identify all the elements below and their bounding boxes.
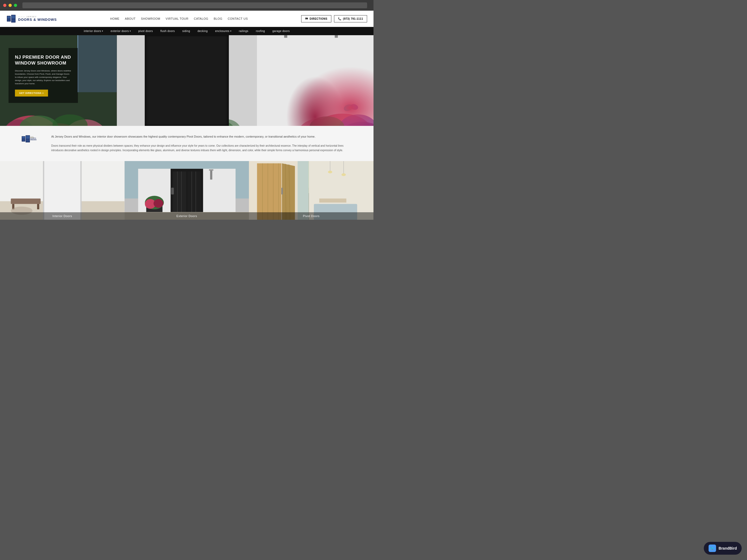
svg-marker-91 xyxy=(282,163,295,219)
hero-description: Discover Jersey Doors and Windows, where… xyxy=(15,69,72,85)
svg-text:JERSEY: JERSEY xyxy=(30,136,34,137)
nav-pivot-doors[interactable]: pivot doors xyxy=(138,30,153,32)
gallery-interior-doors[interactable]: Interior Doors xyxy=(0,161,125,220)
nav-enclosures[interactable]: enclosures ▾ xyxy=(215,30,231,32)
svg-rect-95 xyxy=(281,187,283,194)
svg-rect-75 xyxy=(210,170,212,180)
hero-section: NJ PREMIER DOOR AND WINDOW SHOWROOM Disc… xyxy=(0,35,374,126)
gallery-exterior-doors[interactable]: Exterior Doors xyxy=(125,161,249,220)
svg-point-101 xyxy=(341,174,346,176)
logo-brand-main: DOORS & WINDOWS xyxy=(18,18,57,22)
hero-title: NJ PREMIER DOOR AND WINDOW SHOWROOM xyxy=(15,54,72,66)
chevron-down-icon: ▾ xyxy=(230,30,232,32)
logo[interactable]: ——— JERSEY DOORS & WINDOWS xyxy=(6,14,57,24)
nav-decking[interactable]: decking xyxy=(198,30,208,32)
browser-maximize[interactable] xyxy=(14,4,17,7)
svg-rect-58 xyxy=(45,202,63,208)
svg-rect-74 xyxy=(171,187,174,194)
about-text: At Jersey Doors and Windows, our interio… xyxy=(51,134,352,153)
nav-exterior-doors[interactable]: exterior doors ▾ xyxy=(111,30,131,32)
svg-rect-44 xyxy=(22,139,25,141)
phone-button[interactable]: 📞 (973) 791-1111 xyxy=(334,15,367,22)
nav-garage-doors[interactable]: garage doors xyxy=(273,30,290,32)
directions-label: DIRECTIONS xyxy=(309,17,327,20)
gallery-exterior-bg xyxy=(125,161,249,220)
phone-label: (973) 791-1111 xyxy=(343,17,363,20)
svg-rect-47 xyxy=(26,139,29,142)
svg-text:WINDOWS: WINDOWS xyxy=(30,139,36,140)
svg-rect-55 xyxy=(43,166,65,209)
logo-icon xyxy=(6,14,16,24)
nav-interior-doors[interactable]: interior doors ▾ xyxy=(84,30,103,32)
svg-point-80 xyxy=(153,199,163,208)
svg-rect-2 xyxy=(7,19,10,21)
svg-rect-43 xyxy=(22,136,25,139)
gallery-section: Interior Doors xyxy=(0,161,374,220)
phone-icon: 📞 xyxy=(338,17,341,20)
chevron-down-icon: ▾ xyxy=(102,30,103,32)
nav-about[interactable]: ABOUT xyxy=(125,17,135,20)
svg-rect-4 xyxy=(12,15,15,19)
browser-minimize[interactable] xyxy=(8,4,12,7)
nav-catalog[interactable]: CATALOG xyxy=(194,17,208,20)
browser-chrome xyxy=(0,0,374,11)
logo-text: ——— JERSEY DOORS & WINDOWS xyxy=(18,16,57,22)
svg-rect-61 xyxy=(12,204,15,209)
browser-url-bar[interactable] xyxy=(22,2,367,8)
gallery-label-exterior: Exterior Doors xyxy=(125,212,249,220)
nav-siding[interactable]: siding xyxy=(182,30,190,32)
browser-close[interactable] xyxy=(3,4,6,7)
nav-contact[interactable]: CONTACT US xyxy=(228,17,248,20)
svg-rect-5 xyxy=(12,19,15,22)
svg-rect-86 xyxy=(257,163,281,219)
gallery-label-pivot: Pivot Doors xyxy=(249,212,374,220)
nav-actions: 🗺 DIRECTIONS 📞 (973) 791-1111 xyxy=(301,15,367,22)
chevron-down-icon: ▾ xyxy=(130,30,131,32)
gallery-interior-bg xyxy=(0,161,125,220)
svg-rect-97 xyxy=(319,198,346,203)
nav-railings[interactable]: railings xyxy=(239,30,248,32)
about-section: JERSEY DOORS & WINDOWS At Jersey Doors a… xyxy=(0,126,374,161)
hero-overlay: NJ PREMIER DOOR AND WINDOW SHOWROOM Disc… xyxy=(0,35,374,126)
svg-point-99 xyxy=(328,171,332,174)
svg-rect-62 xyxy=(37,204,39,209)
svg-rect-76 xyxy=(209,169,213,170)
nav-virtual-tour[interactable]: VIRTUAL TOUR xyxy=(166,17,189,20)
gallery-pivot-doors[interactable]: Pivot Doors xyxy=(249,161,374,220)
about-logo-svg: JERSEY DOORS & WINDOWS xyxy=(21,134,43,145)
main-nav: HOME ABOUT SHOWROOM VIRTUAL TOUR CATALOG… xyxy=(110,17,248,20)
about-tagline: At Jersey Doors and Windows, our interio… xyxy=(51,134,352,139)
gallery-pivot-bg xyxy=(249,161,374,220)
hero-content-box: NJ PREMIER DOOR AND WINDOW SHOWROOM Disc… xyxy=(8,48,78,103)
nav-showroom[interactable]: SHOWROOM xyxy=(141,17,160,20)
directions-button[interactable]: 🗺 DIRECTIONS xyxy=(301,15,331,22)
svg-rect-60 xyxy=(11,198,41,204)
svg-rect-53 xyxy=(0,161,125,209)
svg-rect-56 xyxy=(45,168,63,184)
svg-text:DOORS &: DOORS & xyxy=(30,138,36,139)
svg-rect-94 xyxy=(298,161,309,220)
about-logo: JERSEY DOORS & WINDOWS xyxy=(21,134,43,145)
nav-roofing[interactable]: roofing xyxy=(256,30,265,32)
about-description: Doors transcend their role as mere physi… xyxy=(51,143,352,153)
website-wrapper: ——— JERSEY DOORS & WINDOWS HOME ABOUT SH… xyxy=(0,11,374,220)
nav-flush-doors[interactable]: flush doors xyxy=(160,30,175,32)
svg-rect-46 xyxy=(26,136,29,139)
svg-rect-1 xyxy=(7,16,10,19)
secondary-navigation: interior doors ▾ exterior doors ▾ pivot … xyxy=(0,27,374,35)
hero-cta-button[interactable]: GET DIRECTIONS » xyxy=(15,89,48,97)
svg-rect-52 xyxy=(0,161,125,220)
gallery-label-interior: Interior Doors xyxy=(0,212,125,220)
nav-blog[interactable]: BLOG xyxy=(214,17,223,20)
svg-rect-57 xyxy=(45,185,63,200)
nav-home[interactable]: HOME xyxy=(110,17,120,20)
top-navigation: ——— JERSEY DOORS & WINDOWS HOME ABOUT SH… xyxy=(0,11,374,27)
svg-point-59 xyxy=(61,192,63,194)
directions-icon: 🗺 xyxy=(305,17,308,20)
